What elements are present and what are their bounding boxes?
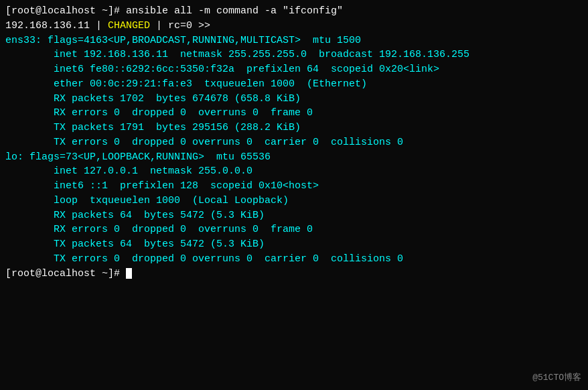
lo-rx-errors: RX errors 0 dropped 0 overruns 0 frame 0 — [5, 222, 583, 237]
rx-errors-line: RX errors 0 dropped 0 overruns 0 frame 0 — [5, 106, 583, 121]
cmd-line: [root@localhost ~]# ansible all -m comma… — [5, 4, 583, 19]
tx-errors-line: TX errors 0 dropped 0 overruns 0 carrier… — [5, 135, 583, 150]
watermark: @51CTO博客 — [532, 371, 581, 383]
tx-packets-line: TX packets 1791 bytes 295156 (288.2 KiB) — [5, 121, 583, 135]
lo-loop: loop txqueuelen 1000 (Local Loopback) — [5, 194, 583, 208]
terminal-window: [root@localhost ~]# ansible all -m comma… — [0, 0, 588, 390]
terminal-cursor — [126, 268, 132, 279]
final-prompt: [root@localhost ~]# — [5, 267, 583, 281]
inet6-line: inet6 fe80::6292:6cc:5350:f32a prefixlen… — [5, 62, 583, 77]
lo-flags: lo: flags=73<UP,LOOPBACK,RUNNING> mtu 65… — [5, 150, 583, 165]
ether-line: ether 00:0c:29:21:fa:e3 txqueuelen 1000 … — [5, 77, 583, 92]
lo-inet: inet 127.0.0.1 netmask 255.0.0.0 — [5, 164, 583, 179]
lo-inet6: inet6 ::1 prefixlen 128 scopeid 0x10<hos… — [5, 179, 583, 194]
ens33-flags: ens33: flags=4163<UP,BROADCAST,RUNNING,M… — [5, 34, 583, 48]
lo-rx-packets: RX packets 64 bytes 5472 (5.3 KiB) — [5, 208, 583, 223]
status-line: 192.168.136.11 | CHANGED | rc=0 >> — [5, 19, 583, 34]
lo-tx-packets: TX packets 64 bytes 5472 (5.3 KiB) — [5, 237, 583, 252]
lo-tx-errors: TX errors 0 dropped 0 overruns 0 carrier… — [5, 252, 583, 267]
inet-line: inet 192.168.136.11 netmask 255.255.255.… — [5, 48, 583, 62]
rx-packets-line: RX packets 1702 bytes 674678 (658.8 KiB) — [5, 92, 583, 107]
